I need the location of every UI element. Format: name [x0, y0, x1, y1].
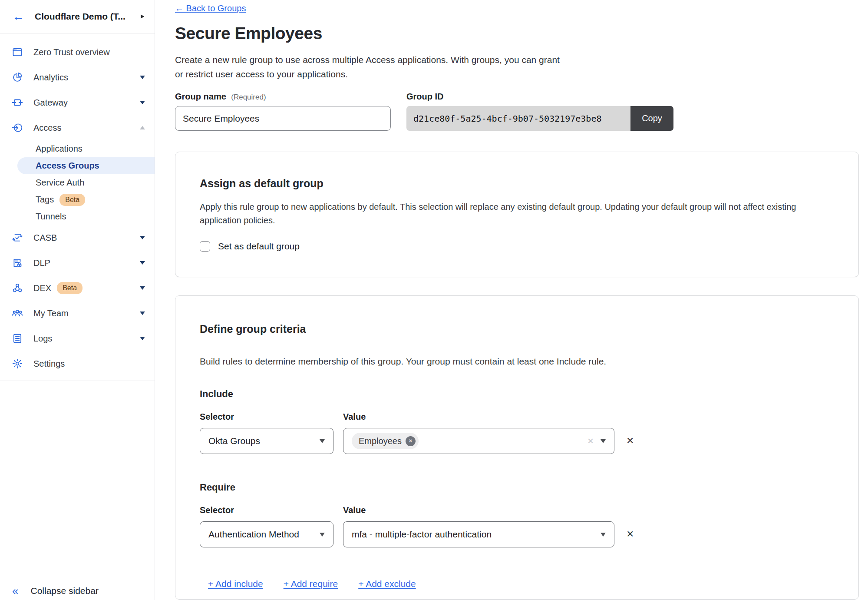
chip-remove-icon[interactable]: ✕: [406, 436, 416, 446]
chevron-down-icon: [601, 439, 606, 443]
add-rule-links: + Add include + Add require + Add exclud…: [200, 579, 834, 589]
chevron-down-icon[interactable]: [140, 286, 145, 290]
group-id-field-group: Group ID d21ce80f-5a25-4bcf-9b07-5032197…: [406, 92, 673, 131]
dex-icon: [12, 282, 23, 294]
include-selector-label: Selector: [200, 412, 333, 422]
main-content: ← Back to Groups Secure Employees Create…: [155, 0, 868, 600]
remove-include-rule-icon[interactable]: ×: [627, 434, 634, 447]
zero-trust-dashboard: ← Cloudflare Demo (T... Zero Trust overv…: [0, 0, 868, 600]
include-value-label: Value: [343, 412, 614, 422]
set-default-group-label: Set as default group: [218, 241, 300, 252]
back-to-groups-link[interactable]: ← Back to Groups: [175, 3, 246, 13]
default-group-card-title: Assign as default group: [200, 177, 834, 190]
page-title: Secure Employees: [175, 24, 859, 43]
require-selector-value: Authentication Method: [208, 529, 299, 540]
require-rule-row: Selector Authentication Method Value mfa…: [200, 505, 834, 547]
sidebar-item-label: Gateway: [33, 98, 140, 108]
sidebar-item-dlp[interactable]: DLP: [0, 250, 155, 275]
include-selector-dropdown[interactable]: Okta Groups: [200, 428, 333, 454]
group-name-label: Group name: [175, 92, 226, 101]
require-value-label: Value: [343, 505, 614, 515]
include-rule-row: Selector Okta Groups Value Employees ✕: [200, 412, 834, 454]
copy-button[interactable]: Copy: [630, 106, 673, 131]
my-team-icon: [12, 308, 23, 319]
default-group-card: Assign as default group Apply this rule …: [175, 152, 859, 277]
sidebar-item-gateway[interactable]: Gateway: [0, 90, 155, 115]
sidebar-item-settings[interactable]: Settings: [0, 351, 155, 376]
require-selector-label: Selector: [200, 505, 333, 515]
require-heading: Require: [200, 482, 834, 493]
chevron-down-icon[interactable]: [140, 312, 145, 315]
sidebar-item-applications[interactable]: Applications: [0, 140, 155, 157]
sidebar-item-my-team[interactable]: My Team: [0, 301, 155, 326]
criteria-card: Define group criteria Build rules to det…: [175, 295, 859, 600]
require-value-text: mfa - multiple-factor authentication: [352, 529, 492, 540]
criteria-card-title: Define group criteria: [200, 323, 834, 335]
add-exclude-link[interactable]: + Add exclude: [358, 579, 416, 589]
sidebar-divider: [0, 381, 155, 381]
sidebar-item-tags[interactable]: Tags Beta: [0, 191, 155, 208]
chevron-down-icon[interactable]: [140, 261, 145, 265]
set-default-group-checkbox[interactable]: [200, 241, 210, 252]
group-meta-row: Group name (Required) Group ID d21ce80f-…: [175, 92, 859, 131]
sidebar-item-label: Tags: [36, 195, 54, 205]
group-id-label: Group ID: [406, 92, 673, 102]
collapse-sidebar-button[interactable]: « Collapse sidebar: [0, 578, 155, 600]
sidebar-item-label: DLP: [33, 258, 140, 268]
sidebar-item-casb[interactable]: CASB: [0, 225, 155, 250]
sidebar-item-zero-trust-overview[interactable]: Zero Trust overview: [0, 40, 155, 65]
chevron-down-icon[interactable]: [140, 236, 145, 239]
gateway-icon: [12, 97, 23, 108]
include-selector-value: Okta Groups: [208, 436, 260, 446]
sidebar-item-label: Analytics: [33, 73, 140, 83]
sidebar-item-label: CASB: [33, 233, 140, 243]
add-require-link[interactable]: + Add require: [284, 579, 338, 589]
sidebar-item-service-auth[interactable]: Service Auth: [0, 174, 155, 191]
require-selector-dropdown[interactable]: Authentication Method: [200, 521, 333, 547]
include-heading: Include: [200, 388, 834, 400]
sidebar-nav: Zero Trust overview Analytics Gateway: [0, 40, 155, 381]
sidebar-item-label: DEX Beta: [33, 282, 140, 294]
access-icon: [12, 122, 23, 133]
default-group-card-description: Apply this rule group to new application…: [200, 200, 834, 227]
beta-badge: Beta: [57, 282, 83, 294]
clear-value-icon[interactable]: ×: [587, 436, 594, 446]
casb-icon: [12, 232, 23, 243]
remove-require-rule-icon[interactable]: ×: [627, 528, 634, 540]
collapse-sidebar-label: Collapse sidebar: [30, 586, 98, 596]
chevron-down-icon[interactable]: [140, 337, 145, 340]
sidebar-item-label: Applications: [36, 144, 83, 154]
include-value-multiselect[interactable]: Employees ✕ ×: [343, 428, 614, 454]
group-id-value: d21ce80f-5a25-4bcf-9b07-5032197e3be8: [406, 106, 630, 131]
sidebar-item-access-groups[interactable]: Access Groups: [17, 157, 155, 174]
analytics-icon: [12, 72, 23, 83]
sidebar-item-label: Logs: [33, 334, 140, 344]
sidebar-item-label: My Team: [33, 308, 140, 318]
group-name-input[interactable]: [175, 106, 391, 131]
sidebar-item-dex[interactable]: DEX Beta: [0, 275, 155, 301]
chevron-down-icon[interactable]: [140, 101, 145, 104]
chevron-down-icon: [601, 533, 606, 537]
sidebar-header: ← Cloudflare Demo (T...: [0, 0, 155, 33]
chevron-up-icon[interactable]: [140, 126, 145, 129]
sidebar-item-access[interactable]: Access: [0, 115, 155, 140]
sidebar-item-logs[interactable]: Logs: [0, 326, 155, 351]
value-chip-label: Employees: [359, 436, 402, 446]
sidebar-item-label: Zero Trust overview: [33, 47, 145, 57]
sidebar: ← Cloudflare Demo (T... Zero Trust overv…: [0, 0, 155, 600]
back-arrow-icon[interactable]: ←: [12, 10, 24, 23]
page-description: Create a new rule group to use across mu…: [175, 53, 859, 81]
criteria-card-description: Build rules to determine membership of t…: [200, 356, 834, 367]
add-include-link[interactable]: + Add include: [208, 579, 263, 589]
logs-icon: [12, 333, 23, 344]
require-value-dropdown[interactable]: mfa - multiple-factor authentication: [343, 521, 614, 547]
value-chip: Employees ✕: [352, 433, 419, 449]
account-expand-icon[interactable]: [141, 14, 144, 19]
sidebar-item-analytics[interactable]: Analytics: [0, 65, 155, 90]
collapse-chevrons-icon: «: [12, 585, 18, 597]
chevron-down-icon: [320, 439, 325, 443]
required-hint: (Required): [231, 93, 266, 101]
sidebar-item-tunnels[interactable]: Tunnels: [0, 208, 155, 225]
chevron-down-icon[interactable]: [140, 76, 145, 79]
sidebar-item-label: Service Auth: [36, 178, 84, 188]
